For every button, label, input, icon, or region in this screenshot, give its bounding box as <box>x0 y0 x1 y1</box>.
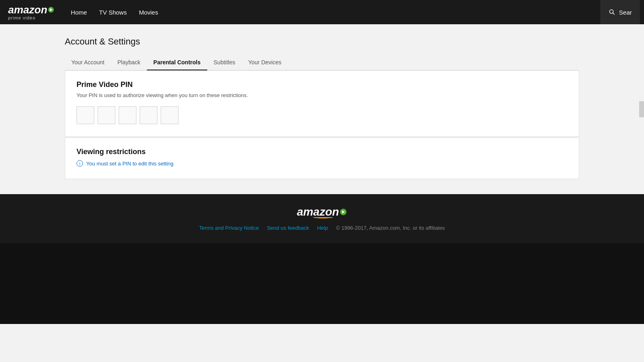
search-button[interactable]: Sear <box>600 0 640 24</box>
tabs: Your Account Playback Parental Controls … <box>65 55 579 70</box>
viewing-card: Viewing restrictions i You must set a PI… <box>65 138 579 179</box>
footer-bottom <box>0 243 644 324</box>
tab-your-devices[interactable]: Your Devices <box>242 55 288 70</box>
header: amazon prime video Home TV Shows Movies … <box>0 0 644 24</box>
pin-input-area <box>77 106 567 124</box>
prime-video-text: prime video <box>8 15 36 20</box>
footer-play-icon <box>340 209 346 215</box>
info-icon: i <box>77 160 83 167</box>
search-area: Sear <box>600 0 644 24</box>
tab-playback[interactable]: Playback <box>111 55 147 70</box>
footer-copyright: © 1996-2017, Amazon.com, Inc. or its aff… <box>336 225 445 231</box>
main-content: Account & Settings Your Account Playback… <box>0 24 644 194</box>
footer-smile <box>313 216 333 218</box>
viewing-info-text: You must set a PIN to edit this setting <box>86 161 174 167</box>
nav-movies[interactable]: Movies <box>139 9 158 16</box>
pin-box-5[interactable] <box>161 106 179 124</box>
prime-play-icon <box>48 7 54 13</box>
footer-logo: amazon <box>297 206 347 218</box>
viewing-info: i You must set a PIN to edit this settin… <box>77 160 567 167</box>
pin-box-3[interactable] <box>119 106 136 124</box>
tab-your-account[interactable]: Your Account <box>65 55 111 70</box>
pin-box-1[interactable] <box>77 106 94 124</box>
viewing-title: Viewing restrictions <box>77 148 567 156</box>
pin-title: Prime Video PIN <box>77 80 567 89</box>
tab-parental-controls[interactable]: Parental Controls <box>147 55 207 70</box>
page-title: Account & Settings <box>65 36 579 47</box>
tab-subtitles[interactable]: Subtitles <box>207 55 242 70</box>
scrollbar[interactable] <box>639 101 644 117</box>
pin-box-4[interactable] <box>140 106 157 124</box>
footer-feedback-link[interactable]: Send us feedback <box>267 225 309 231</box>
logo: amazon prime video <box>8 4 55 20</box>
svg-line-1 <box>613 13 614 15</box>
pin-card: Prime Video PIN Your PIN is used to auth… <box>65 70 579 137</box>
footer-terms-link[interactable]: Terms and Privacy Notice <box>199 225 259 231</box>
main-nav: Home TV Shows Movies <box>71 9 158 16</box>
amazon-wordmark: amazon <box>8 4 47 15</box>
search-label: Sear <box>619 9 632 16</box>
pin-box-2[interactable] <box>98 106 115 124</box>
footer: amazon Terms and Privacy Notice Send us … <box>0 194 644 243</box>
footer-links: Terms and Privacy Notice Send us feedbac… <box>199 225 445 231</box>
nav-tv-shows[interactable]: TV Shows <box>99 9 127 16</box>
svg-point-0 <box>610 10 613 13</box>
footer-help-link[interactable]: Help <box>317 225 328 231</box>
nav-home[interactable]: Home <box>71 9 87 16</box>
logo-link[interactable]: amazon prime video <box>8 4 55 20</box>
search-icon <box>608 8 616 16</box>
pin-subtitle: Your PIN is used to authorize viewing wh… <box>77 92 567 98</box>
